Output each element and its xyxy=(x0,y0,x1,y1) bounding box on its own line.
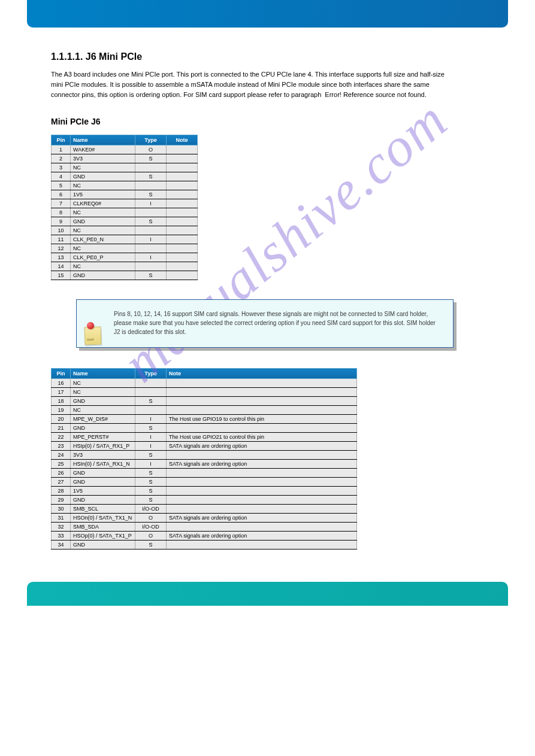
table-row: 3NC xyxy=(52,163,198,172)
table-cell xyxy=(167,163,198,172)
note-text: Pins 8, 10, 12, 14, 16 support SIM card … xyxy=(114,311,436,335)
table-cell: GND xyxy=(71,478,135,487)
table-cell: I xyxy=(135,199,167,208)
table-cell xyxy=(135,388,167,397)
table-cell: 7 xyxy=(52,199,71,208)
table-cell: SATA signals are ordering option xyxy=(167,442,357,451)
table-cell: 16 xyxy=(52,379,71,388)
table-cell: 21 xyxy=(52,424,71,433)
table-row: 21GNDS xyxy=(52,424,357,433)
table-cell: O xyxy=(135,532,167,541)
table-row: 281V5S xyxy=(52,487,357,496)
table-cell xyxy=(167,541,357,549)
table-cell: SMB_SDA xyxy=(71,523,135,532)
table-cell xyxy=(135,181,167,190)
table-cell xyxy=(167,253,198,262)
table-row: 34GNDS xyxy=(52,541,357,549)
table-cell: S xyxy=(135,487,167,496)
col-name: Name xyxy=(71,135,135,145)
table-cell xyxy=(167,172,198,181)
table-row: 16NC xyxy=(52,379,357,388)
table-cell: NC xyxy=(71,406,135,415)
table-row: 23V3S xyxy=(52,154,198,163)
table-cell xyxy=(167,262,198,271)
table-row: 4GNDS xyxy=(52,172,198,181)
table-cell xyxy=(167,199,198,208)
table-cell xyxy=(167,235,198,244)
table-row: 8NC xyxy=(52,208,198,217)
table-row: 12NC xyxy=(52,244,198,253)
table-cell: 2 xyxy=(52,154,71,163)
table-cell xyxy=(167,451,357,460)
table-cell: 22 xyxy=(52,433,71,442)
table-cell: 25 xyxy=(52,460,71,469)
table-cell xyxy=(135,226,167,235)
table-cell xyxy=(167,496,357,505)
table-row: 10NC xyxy=(52,226,198,235)
table-cell xyxy=(167,208,198,217)
table-cell xyxy=(135,406,167,415)
table-cell xyxy=(167,469,357,478)
table-cell xyxy=(135,379,167,388)
col-type: Type xyxy=(135,369,167,379)
table-cell: I xyxy=(135,442,167,451)
table-cell: 3V3 xyxy=(71,154,135,163)
top-banner xyxy=(27,0,508,28)
table-section-heading: Mini PCIe J6 xyxy=(51,117,487,126)
table-cell: 8 xyxy=(52,208,71,217)
table-cell: MPE_W_DIS# xyxy=(71,415,135,424)
table-row: 26GNDS xyxy=(52,469,357,478)
intro-paragraph: The A3 board includes one Mini PCIe port… xyxy=(51,69,458,100)
table-cell xyxy=(135,163,167,172)
bottom-banner xyxy=(27,582,508,606)
table-row: 9GNDS xyxy=(52,217,198,226)
table-cell: O xyxy=(135,145,167,154)
table-row: 15GNDS xyxy=(52,271,198,280)
table-cell: 15 xyxy=(52,271,71,280)
table-cell xyxy=(135,208,167,217)
table-cell: NC xyxy=(71,208,135,217)
table-row: 17NC xyxy=(52,388,357,397)
table-cell: S xyxy=(135,154,167,163)
table-cell: 5 xyxy=(52,181,71,190)
note-box: note Pins 8, 10, 12, 14, 16 support SIM … xyxy=(76,299,454,348)
table-cell: 20 xyxy=(52,415,71,424)
table-cell: I xyxy=(135,460,167,469)
table-cell: 27 xyxy=(52,478,71,487)
table-row: 32SMB_SDAI/O-OD xyxy=(52,523,357,532)
table-cell: 10 xyxy=(52,226,71,235)
table-cell: 3V3 xyxy=(71,451,135,460)
table-cell xyxy=(167,505,357,514)
table-cell xyxy=(167,190,198,199)
table-cell xyxy=(167,154,198,163)
table-row: 25HSIn(0) / SATA_RX1_NISATA signals are … xyxy=(52,460,357,469)
table-cell: S xyxy=(135,478,167,487)
table-cell: 1 xyxy=(52,145,71,154)
table-cell: 31 xyxy=(52,514,71,523)
table-row: 23HSIp(0) / SATA_RX1_PISATA signals are … xyxy=(52,442,357,451)
col-note: Note xyxy=(167,135,198,145)
table-cell: HSIp(0) / SATA_RX1_P xyxy=(71,442,135,451)
table-row: 27GNDS xyxy=(52,478,357,487)
table-row: 31HSOn(0) / SATA_TX1_NOSATA signals are … xyxy=(52,514,357,523)
table-cell: The Host use GPIO19 to control this pin xyxy=(167,415,357,424)
table-cell: S xyxy=(135,541,167,549)
table-cell: CLKREQ0# xyxy=(71,199,135,208)
table-cell: GND xyxy=(71,469,135,478)
table-cell: 19 xyxy=(52,406,71,415)
table-cell: S xyxy=(135,397,167,406)
table-row: 243V3S xyxy=(52,451,357,460)
table-cell: 6 xyxy=(52,190,71,199)
table-cell: I xyxy=(135,253,167,262)
table-row: 7CLKREQ0#I xyxy=(52,199,198,208)
table-cell: S xyxy=(135,451,167,460)
table-cell: HSOp(0) / SATA_TX1_P xyxy=(71,532,135,541)
table-cell xyxy=(167,379,357,388)
table-cell: S xyxy=(135,271,167,280)
table-cell: 12 xyxy=(52,244,71,253)
table-cell: S xyxy=(135,496,167,505)
table-cell xyxy=(167,424,357,433)
table-cell: GND xyxy=(71,496,135,505)
table-cell: The Host use GPIO21 to control this pin xyxy=(167,433,357,442)
table-row: 30SMB_SCLI/O-OD xyxy=(52,505,357,514)
